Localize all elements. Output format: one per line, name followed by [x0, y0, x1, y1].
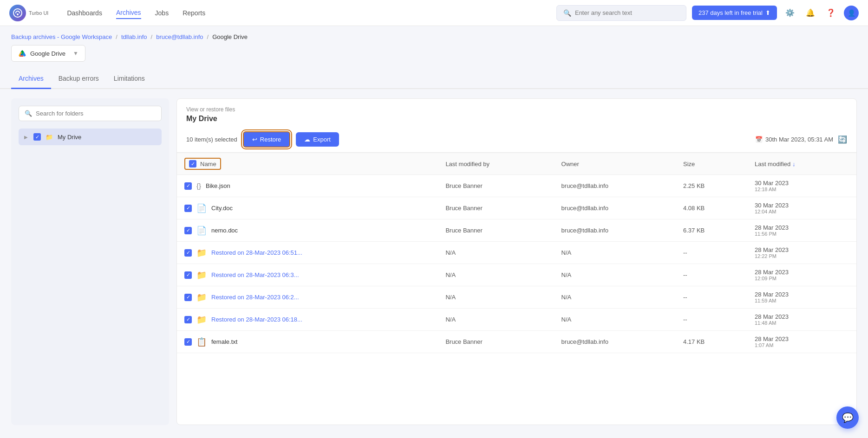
file-name-link[interactable]: Restored on 28-Mar-2023 06:3...: [211, 271, 299, 278]
nav-archives[interactable]: Archives: [116, 7, 141, 19]
row-checkbox[interactable]: ✓: [184, 338, 192, 346]
nav-jobs[interactable]: Jobs: [155, 7, 169, 19]
th-last-modified-label: Last modified: [755, 161, 790, 167]
breadcrumb-sep-2: /: [151, 33, 153, 40]
header-checkbox[interactable]: ✓: [189, 160, 196, 167]
tab-archives[interactable]: Archives: [11, 69, 51, 89]
th-size: Size: [676, 153, 747, 175]
search-box[interactable]: 🔍: [556, 5, 686, 21]
td-last-modified: 28 Mar 2023 12:22 PM: [747, 242, 856, 264]
td-owner: N/A: [554, 242, 676, 264]
tab-limitations[interactable]: Limitations: [106, 69, 152, 89]
nav-reports[interactable]: Reports: [183, 7, 205, 19]
td-modified-by: N/A: [438, 309, 554, 331]
td-modified-by: Bruce Banner: [438, 197, 554, 219]
row-checkbox[interactable]: ✓: [184, 227, 192, 234]
user-avatar[interactable]: 👤: [844, 6, 859, 20]
export-button[interactable]: ☁ Export: [296, 132, 339, 147]
logo-icon: [9, 5, 26, 21]
notifications-button[interactable]: 🔔: [803, 6, 818, 20]
td-size: --: [676, 264, 747, 286]
row-checkbox[interactable]: ✓: [184, 271, 192, 279]
gdrive-icon: [18, 49, 26, 58]
file-name: Bike.json: [206, 182, 230, 189]
sidebar-item-mydrive[interactable]: ▶ ✓ 📁 My Drive: [19, 129, 162, 145]
restore-button[interactable]: ↩ Restore: [243, 131, 291, 148]
td-owner: bruce@tdllab.info: [554, 175, 676, 197]
td-size: --: [676, 309, 747, 331]
td-owner: N/A: [554, 264, 676, 286]
td-name: ✓ 📋 female.txt: [177, 331, 438, 353]
folder-icon: 📁: [196, 270, 207, 280]
breadcrumb-workspace[interactable]: Backup archives - Google Workspace: [11, 33, 112, 40]
svg-point-1: [17, 13, 19, 15]
td-modified-by: Bruce Banner: [438, 175, 554, 197]
sidebar: 🔍 ▶ ✓ 📁 My Drive: [11, 98, 169, 425]
table-row: ✓ 📁 Restored on 28-Mar-2023 06:2... N/A …: [177, 286, 856, 309]
breadcrumb-current: Google Drive: [212, 33, 248, 40]
settings-button[interactable]: ⚙️: [783, 6, 797, 20]
main-content: 🔍 ▶ ✓ 📁 My Drive View or restore files M…: [0, 89, 868, 434]
td-owner: N/A: [554, 309, 676, 331]
file-icon: {}: [196, 182, 201, 190]
row-checkbox[interactable]: ✓: [184, 294, 192, 301]
td-owner: bruce@tdllab.info: [554, 219, 676, 242]
txt-icon: 📋: [196, 337, 207, 347]
td-name: ✓ 📄 City.doc: [177, 197, 438, 219]
refresh-button[interactable]: 🔄: [838, 135, 847, 144]
th-last-modified: Last modified ↓: [747, 153, 856, 175]
file-name-link[interactable]: Restored on 28-Mar-2023 06:51...: [211, 249, 302, 256]
search-icon: 🔍: [563, 9, 571, 17]
tabs-bar: Archives Backup errors Limitations: [0, 69, 868, 89]
table-row: ✓ 📁 Restored on 28-Mar-2023 06:18... N/A…: [177, 309, 856, 331]
table-row: ✓ 📁 Restored on 28-Mar-2023 06:3... N/A …: [177, 264, 856, 286]
trial-badge[interactable]: 237 days left in free trial ⬆: [692, 6, 777, 20]
nav-dashboards[interactable]: Dashboards: [67, 7, 102, 19]
td-last-modified: 28 Mar 2023 11:59 AM: [747, 286, 856, 309]
th-name-label: Name: [200, 161, 216, 167]
logo-text: Turbo UI: [29, 10, 48, 16]
view-restore-label: View or restore files: [186, 106, 847, 113]
chat-button[interactable]: 💬: [836, 406, 859, 429]
sidebar-search-input[interactable]: [36, 110, 156, 117]
file-name-link[interactable]: Restored on 28-Mar-2023 06:2...: [211, 294, 299, 301]
td-size: 4.08 KB: [676, 197, 747, 219]
sidebar-item-label: My Drive: [58, 134, 81, 141]
sidebar-search[interactable]: 🔍: [19, 106, 162, 121]
file-area-header: View or restore files My Drive: [177, 99, 856, 127]
td-modified-by: N/A: [438, 264, 554, 286]
drive-selector-label: Google Drive: [30, 50, 65, 57]
file-name: nemo.doc: [211, 227, 238, 234]
file-area: View or restore files My Drive 10 item(s…: [176, 98, 857, 425]
td-modified-by: N/A: [438, 242, 554, 264]
folder-icon: 📁: [196, 248, 207, 258]
file-name: City.doc: [211, 205, 233, 212]
header-right: 🔍 237 days left in free trial ⬆ ⚙️ 🔔 ❓ 👤: [556, 5, 859, 21]
folder-icon: 📁: [196, 315, 207, 325]
doc-icon: 📄: [196, 225, 207, 236]
trial-badge-text: 237 days left in free trial: [698, 9, 763, 16]
tab-backup-errors[interactable]: Backup errors: [51, 69, 106, 89]
file-name-link[interactable]: Restored on 28-Mar-2023 06:18...: [211, 316, 302, 323]
breadcrumb-user[interactable]: bruce@tdllab.info: [156, 33, 203, 40]
sidebar-folder-icon: 📁: [46, 134, 53, 141]
restore-icon: ↩: [252, 136, 257, 143]
drive-selector[interactable]: Google Drive ▼: [11, 45, 85, 62]
td-modified-by: Bruce Banner: [438, 331, 554, 353]
row-checkbox[interactable]: ✓: [184, 316, 192, 323]
help-button[interactable]: ❓: [823, 6, 838, 20]
td-size: 6.37 KB: [676, 219, 747, 242]
table-row: ✓ 📄 nemo.doc Bruce Banner bruce@tdllab.i…: [177, 219, 856, 242]
sidebar-checkbox[interactable]: ✓: [33, 133, 41, 141]
folder-icon: 📁: [196, 292, 207, 303]
td-size: 2.25 KB: [676, 175, 747, 197]
td-size: --: [676, 286, 747, 309]
row-checkbox[interactable]: ✓: [184, 205, 192, 212]
breadcrumb-domain[interactable]: tdllab.info: [121, 33, 147, 40]
row-checkbox[interactable]: ✓: [184, 182, 192, 190]
row-checkbox[interactable]: ✓: [184, 249, 192, 257]
sidebar-search-icon: 🔍: [25, 110, 32, 117]
th-modified-by: Last modified by: [438, 153, 554, 175]
td-name: ✓ 📄 nemo.doc: [177, 219, 438, 242]
search-input[interactable]: [575, 9, 679, 16]
